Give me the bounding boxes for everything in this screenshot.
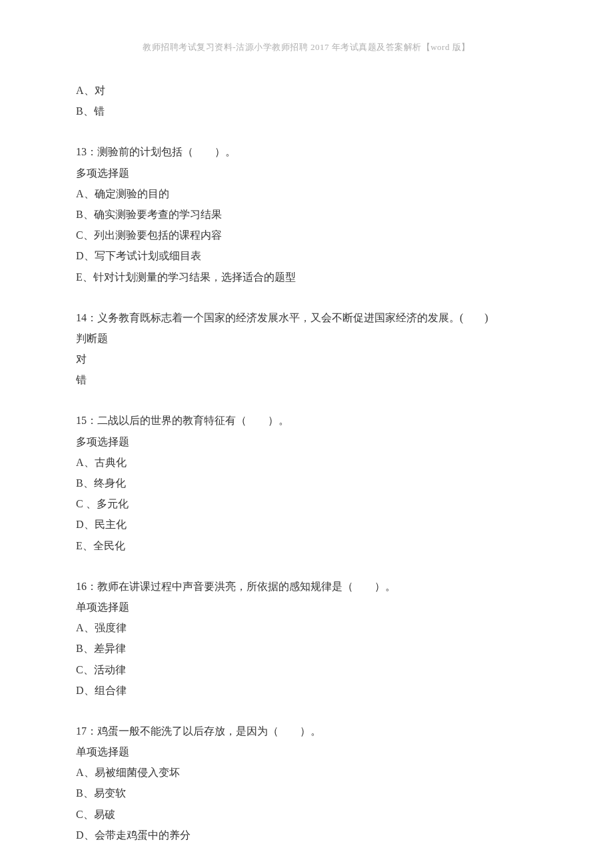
option-c: C、易破 [76, 804, 537, 825]
content: A、对 B、错 13：测验前的计划包括（ ）。 多项选择题 A、确定测验的目的 … [76, 80, 537, 868]
option-c: C、列出测验要包括的课程内容 [76, 225, 537, 245]
option-false: 错 [76, 369, 537, 390]
option-b: B、差异律 [76, 638, 537, 659]
question-16: 16：教师在讲课过程中声音要洪亮，所依据的感知规律是（ ）。 单项选择题 A、强… [76, 576, 537, 701]
question-title: 16：教师在讲课过程中声音要洪亮，所依据的感知规律是（ ）。 [76, 576, 537, 597]
question-type: 单项选择题 [76, 597, 537, 617]
option-a: A、古典化 [76, 452, 537, 473]
page: 教师招聘考试复习资料-沽源小学教师招聘 2017 年考试真题及答案解析【word… [0, 0, 613, 868]
page-header: 教师招聘考试复习资料-沽源小学教师招聘 2017 年考试真题及答案解析【word… [76, 41, 537, 53]
option-b: B、易变软 [76, 783, 537, 803]
question-13: 13：测验前的计划包括（ ）。 多项选择题 A、确定测验的目的 B、确实测验要考… [76, 141, 537, 287]
question-title: 15：二战以后的世界的教育特征有（ ）。 [76, 410, 537, 431]
option-d: D、民主化 [76, 514, 537, 535]
option-a: A、易被细菌侵入变坏 [76, 762, 537, 783]
option-true: 对 [76, 349, 537, 369]
option-b: B、确实测验要考查的学习结果 [76, 204, 537, 225]
option-b: B、错 [76, 101, 537, 121]
option-a: A、强度律 [76, 617, 537, 638]
question-type: 多项选择题 [76, 163, 537, 183]
question-title: 18：对程序教学贡献最大的是（ ）。 [76, 865, 537, 868]
option-e: E、针对计划测量的学习结果，选择适合的题型 [76, 267, 537, 287]
option-d: D、会带走鸡蛋中的养分 [76, 825, 537, 845]
option-d: D、写下考试计划或细目表 [76, 245, 537, 266]
question-title: 17：鸡蛋一般不能洗了以后存放，是因为（ ）。 [76, 721, 537, 741]
question-type: 多项选择题 [76, 431, 537, 452]
question-title: 13：测验前的计划包括（ ）。 [76, 141, 537, 162]
question-17: 17：鸡蛋一般不能洗了以后存放，是因为（ ）。 单项选择题 A、易被细菌侵入变坏… [76, 721, 537, 845]
option-a: A、对 [76, 80, 537, 101]
question-14: 14：义务教育既标志着一个国家的经济发展水平，又会不断促进国家经济的发展。( )… [76, 307, 537, 391]
option-a: A、确定测验的目的 [76, 183, 537, 204]
question-title: 14：义务教育既标志着一个国家的经济发展水平，又会不断促进国家经济的发展。( ) [76, 307, 537, 328]
question-15: 15：二战以后的世界的教育特征有（ ）。 多项选择题 A、古典化 B、终身化 C… [76, 410, 537, 555]
option-c: C 、多元化 [76, 493, 537, 514]
question-type: 判断题 [76, 328, 537, 349]
option-c: C、活动律 [76, 659, 537, 680]
question-type: 单项选择题 [76, 741, 537, 762]
question-12-tail: A、对 B、错 [76, 80, 537, 121]
option-d: D、组合律 [76, 680, 537, 701]
option-e: E、全民化 [76, 535, 537, 556]
question-18: 18：对程序教学贡献最大的是（ ）。 单项选择题 A、斯金纳 B、普莱西 C、加… [76, 865, 537, 868]
option-b: B、终身化 [76, 473, 537, 493]
